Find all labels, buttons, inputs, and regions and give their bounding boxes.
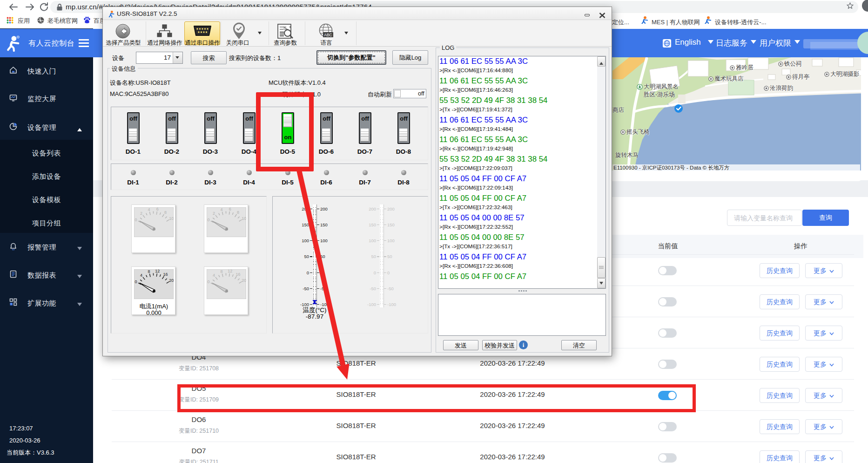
svg-text:10: 10 — [242, 216, 246, 221]
svg-text:8: 8 — [148, 269, 150, 274]
svg-text:16: 16 — [236, 272, 240, 277]
svg-text:4: 4 — [220, 207, 222, 212]
svg-text:10: 10 — [169, 216, 174, 221]
svg-text:ABC: ABC — [324, 33, 332, 37]
svg-text:4: 4 — [148, 207, 150, 212]
svg-text:20: 20 — [242, 278, 246, 283]
svg-text:6: 6 — [156, 207, 159, 211]
svg-text:12: 12 — [155, 269, 160, 273]
svg-text:16: 16 — [163, 272, 168, 277]
svg-text:2: 2 — [140, 211, 142, 216]
svg-text:8: 8 — [220, 269, 222, 274]
svg-text:0: 0 — [207, 279, 209, 284]
svg-text:0: 0 — [135, 279, 137, 284]
svg-text:4: 4 — [140, 273, 142, 278]
svg-text:0: 0 — [135, 218, 137, 222]
svg-text:20: 20 — [169, 278, 174, 283]
svg-text:2: 2 — [213, 211, 215, 216]
svg-text:8: 8 — [164, 210, 167, 215]
svg-text:0: 0 — [207, 218, 209, 222]
svg-text:4: 4 — [213, 273, 215, 278]
svg-text:12: 12 — [228, 269, 232, 273]
svg-text:6: 6 — [229, 207, 231, 211]
svg-text:8: 8 — [237, 210, 239, 215]
